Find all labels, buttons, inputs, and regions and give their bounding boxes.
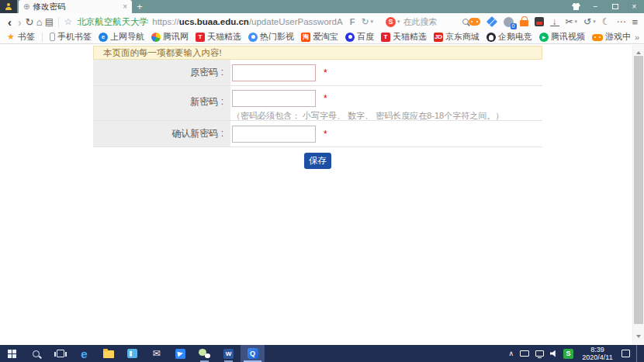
network-icon[interactable] — [535, 350, 544, 357]
taskbar-wechat[interactable] — [192, 345, 216, 362]
chevron-down-icon: ▾ — [575, 19, 578, 25]
toolbar-divider — [58, 17, 59, 27]
kite-extension-icon[interactable] — [486, 18, 497, 26]
night-mode-icon[interactable]: ☾ — [602, 16, 611, 27]
restore-tabs-icon[interactable]: ↺▾ — [583, 16, 596, 27]
download-icon[interactable]: ↓ — [550, 18, 559, 26]
page-scrollbar[interactable] — [632, 45, 644, 344]
bookmark-item[interactable]: 手机书签 — [50, 31, 92, 43]
field-label: 新密码 : — [93, 86, 230, 120]
bookmark-panel-button[interactable]: ▤ — [44, 16, 54, 27]
bookmark-item[interactable]: 腾讯视频 — [539, 31, 585, 43]
bookmark-label: 天猫精选 — [393, 31, 427, 43]
bookmark-label: 腾讯网 — [163, 31, 189, 43]
maximize-button[interactable] — [605, 0, 625, 13]
bookmark-icon: 淘 — [301, 33, 310, 42]
home-button[interactable]: ⌂ — [34, 16, 44, 28]
taskbar-word[interactable]: W — [216, 345, 241, 362]
bookmark-label: 腾讯视频 — [551, 31, 585, 43]
bookmark-label: 京东商城 — [445, 31, 480, 43]
chevron-down-icon[interactable]: ▾ — [397, 19, 400, 25]
more-icon[interactable]: ⋯ — [616, 16, 625, 27]
keyboard-icon[interactable] — [520, 350, 529, 357]
bookmark-item[interactable]: 企鹅电竞 — [486, 31, 532, 43]
penguin-icon — [486, 33, 496, 42]
new-tab-button[interactable]: + — [132, 0, 147, 13]
save-button[interactable]: 保存 — [304, 153, 331, 169]
system-tray: ∧ S 8:39 2020/4/11 — [508, 345, 644, 362]
refresh-button[interactable]: ↻ — [25, 16, 35, 28]
search-input[interactable] — [403, 17, 461, 26]
back-button[interactable]: ‹ — [5, 16, 15, 29]
tencent-icon — [151, 33, 161, 42]
scrollbar-down-arrow[interactable] — [636, 335, 641, 340]
f-mode-icon[interactable]: F — [350, 17, 355, 26]
pdf-extension-icon[interactable] — [535, 17, 544, 26]
clock-time: 8:39 — [580, 346, 615, 353]
skin-button[interactable] — [566, 0, 586, 13]
password-form: 本页面的每一项都要输入内容! 原密码 : * 新密码 : * — [93, 46, 542, 169]
tray-app-icon[interactable]: S — [563, 349, 573, 359]
game-center-icon[interactable] — [469, 18, 480, 26]
bookmark-item[interactable]: 游戏中心 — [592, 31, 630, 43]
screenshot-icon[interactable]: ✂▾ — [566, 16, 578, 27]
tab-title: 修改密码 — [33, 2, 65, 12]
bookmark-item[interactable]: 热门影视 — [248, 31, 294, 43]
task-view-button[interactable] — [48, 345, 72, 362]
bookmark-label: 天猫精选 — [207, 31, 241, 43]
confirm-password-input[interactable] — [232, 126, 316, 143]
bookmark-label: 热门影视 — [260, 31, 294, 43]
new-password-input[interactable] — [232, 90, 316, 107]
bookmark-item[interactable]: T天猫精选 — [196, 31, 241, 43]
tray-chevron-icon[interactable]: ∧ — [508, 350, 514, 357]
wechat-icon — [199, 349, 210, 358]
bookmark-label: 书签 — [18, 31, 35, 43]
menu-icon[interactable]: ≡ — [632, 16, 638, 28]
browser-tab[interactable]: ⊕ 修改密码 × — [19, 0, 132, 13]
taskbar-messenger[interactable] — [168, 345, 192, 362]
word-icon: W — [223, 349, 234, 359]
bookmark-item[interactable]: T天猫精选 — [381, 31, 427, 43]
taskbar-clock[interactable]: 8:39 2020/4/11 — [580, 346, 615, 361]
taskbar-mail[interactable]: ✉ — [144, 345, 168, 362]
bookmark-item[interactable]: e上网导航 — [99, 31, 144, 43]
globe-icon: ⊕ — [23, 2, 29, 11]
tab-close-icon[interactable]: × — [123, 2, 127, 11]
bookmark-label: 企鹅电竞 — [498, 31, 532, 43]
taskbar-file-explorer[interactable] — [96, 345, 120, 362]
navigation-toolbar: ‹ › ↻ ⌂ ▤ ☆ 北京航空航天大学 https:// ucs.buaa.e… — [0, 13, 644, 30]
taskbar-search-button[interactable] — [24, 345, 48, 362]
speaker-icon[interactable] — [550, 350, 557, 357]
action-center-icon[interactable] — [621, 350, 630, 357]
favorite-star-icon[interactable]: ☆ — [64, 16, 72, 27]
bookmarks-overflow-button[interactable]: » — [630, 33, 644, 42]
minimize-button[interactable]: − — [586, 0, 605, 13]
old-password-input[interactable] — [232, 64, 316, 81]
start-button[interactable] — [0, 345, 24, 362]
shopping-extension-icon[interactable] — [520, 17, 528, 26]
taskbar-browser-active[interactable]: Q — [241, 345, 265, 362]
close-button[interactable]: × — [625, 0, 644, 13]
bookmark-label: 爱淘宝 — [313, 31, 338, 43]
search-engine-icon[interactable]: S — [386, 17, 396, 27]
chevron-down-icon[interactable]: ▾ — [370, 19, 373, 25]
forward-button[interactable]: › — [15, 16, 25, 29]
user-avatar[interactable] — [0, 0, 17, 13]
compat-mode-icon[interactable]: ↻ — [361, 16, 369, 27]
taskbar-store[interactable] — [120, 345, 144, 362]
bookmark-item[interactable]: 百度 — [345, 31, 374, 43]
search-icon[interactable] — [462, 19, 469, 25]
windows-logo-icon — [8, 350, 16, 358]
bookmark-item[interactable]: JD京东商城 — [434, 31, 480, 43]
scrollbar-up-arrow[interactable] — [636, 49, 641, 54]
bookmark-item[interactable]: 腾讯网 — [151, 31, 189, 43]
taskbar-edge[interactable]: e — [72, 345, 96, 362]
bookmark-item[interactable]: ★书签 — [6, 31, 35, 43]
address-bar[interactable]: ☆ 北京航空航天大学 https:// ucs.buaa.edu.cn /upd… — [62, 16, 373, 28]
bookmark-label: 手机书签 — [57, 31, 92, 43]
bookmark-item[interactable]: 淘爱淘宝 — [301, 31, 338, 43]
show-desktop-button[interactable] — [636, 345, 639, 362]
search-box[interactable]: S ▾ — [386, 17, 469, 27]
scrollbar-thumb[interactable] — [634, 56, 643, 324]
blocker-extension-icon[interactable]: 0 — [504, 17, 514, 27]
